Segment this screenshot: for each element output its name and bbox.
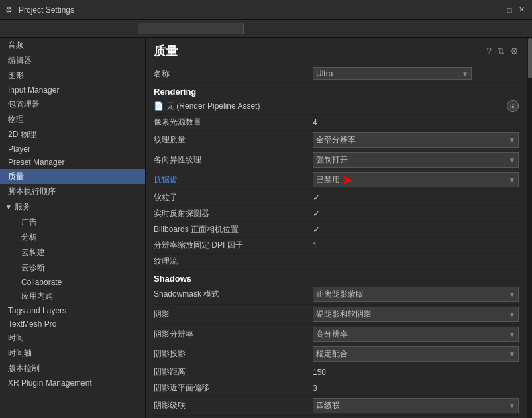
shadows-section-header: Shadows [154,270,519,285]
soft-particles-label: 软粒子 [154,192,313,203]
close-btn[interactable]: ✕ [516,5,527,15]
sidebar-item-quality[interactable]: 质量 [0,169,145,184]
maximize-btn[interactable]: □ [504,5,515,15]
title-bar: ⚙ Project Settings ⋮ — □ ✕ [0,0,532,20]
sidebar-item-tags-layers[interactable]: Tags and Layers [0,304,145,317]
pixel-lights-row: 像素光源数量 4 [154,115,519,131]
scroll-indicator[interactable] [527,38,532,418]
sidebar-item-cloud-build[interactable]: 云构建 [13,245,145,260]
settings-icon[interactable]: ⚙ [510,46,519,56]
render-pipeline-label: 无 (Render Pipeline Asset) [166,101,507,112]
sidebar-group-services[interactable]: ▼ 服务 [0,199,145,215]
billboards-check: ✓ [313,225,320,235]
window-controls: ⋮ — □ ✕ [480,5,527,15]
file-icon: 📄 [154,101,164,111]
texture-quality-row: 纹理质量 全部分辨率 ▼ [154,131,519,150]
pixel-lights-label: 像素光源数量 [154,117,313,128]
window-title: Project Settings [19,5,480,15]
sidebar-item-iap[interactable]: 应用内购 [13,289,145,304]
sidebar-item-textmesh-pro[interactable]: TextMesh Pro [0,317,145,331]
anisotropic-value: 强制打开 [316,154,348,166]
settings-body: 名称 Ultra ▼ Rendering 📄 无 (Render Pipelin… [146,62,527,418]
dpi-factor-label: 分辨率缩放固定 DPI 因子 [154,240,313,251]
sidebar-item-physics-2d[interactable]: 2D 物理 [0,127,145,142]
sidebar-item-collaborate[interactable]: Collaborate [13,276,145,289]
render-pipeline-select-btn[interactable]: ◎ [507,100,519,112]
sidebar-item-preset-manager[interactable]: Preset Manager [0,156,145,169]
shadow-resolution-value: 高分辨率 [316,329,348,340]
sidebar-item-timeline[interactable]: 时间轴 [0,346,145,361]
sidebar: 音频 编辑器 图形 Input Manager 包管理器 物理 2D 物理 Pl… [0,38,146,418]
sidebar-item-player[interactable]: Player [0,142,145,156]
shadow-resolution-label: 阴影分辨率 [154,329,313,340]
sidebar-item-editor[interactable]: 编辑器 [0,53,145,68]
group-arrow-icon: ▼ [5,203,12,211]
sidebar-item-package-manager[interactable]: 包管理器 [0,97,145,112]
anisotropic-select[interactable]: 强制打开 ▼ [313,152,519,168]
shadowmask-select[interactable]: 距离阴影蒙版 ▼ [313,287,519,302]
texture-quality-label: 纹理质量 [154,134,313,146]
name-select-arrow: ▼ [462,70,468,78]
shadowmask-label: Shadowmask 模式 [154,289,313,300]
shadow-projection-arrow: ▼ [509,350,515,358]
antialiasing-arrow: ▼ [509,176,515,183]
content-area: 质量 ? ⇅ ⚙ 名称 Ultra ▼ Rendering [146,38,527,418]
shadow-near-offset-value: 3 [313,384,519,393]
billboards-row: Billboards 正面相机位置 ✓ [154,222,519,238]
antialiasing-select[interactable]: 已禁用 ▼ [313,172,519,187]
sidebar-item-physics[interactable]: 物理 [0,112,145,127]
realtime-reflection-row: 实时反射探测器 ✓ [154,206,519,222]
sidebar-item-ads[interactable]: 广告 [13,215,145,230]
dpi-factor-value: 1 [313,241,519,250]
shadow-projection-row: 阴影投影 稳定配合 ▼ [154,344,519,364]
sidebar-item-xr-plugin[interactable]: XR Plugin Management [0,376,145,390]
shadow-resolution-row: 阴影分辨率 高分辨率 ▼ [154,325,519,344]
scroll-thumb[interactable] [528,38,532,78]
sidebar-item-audio[interactable]: 音频 [0,38,145,53]
content-header: 质量 ? ⇅ ⚙ [146,38,527,62]
anisotropic-row: 各向异性纹理 强制打开 ▼ [154,150,519,170]
shadowmask-value: 距离阴影蒙版 [316,289,364,300]
name-select[interactable]: Ultra ▼ [313,67,472,80]
shadow-resolution-select[interactable]: 高分辨率 ▼ [313,327,519,342]
soft-particles-row: 软粒子 ✓ [154,190,519,206]
name-label: 名称 [154,68,313,79]
search-bar [0,20,532,38]
realtime-reflection-check: ✓ [313,209,320,219]
shadow-near-offset-row: 阴影近平面偏移 3 [154,380,519,396]
dpi-factor-row: 分辨率缩放固定 DPI 因子 1 [154,238,519,254]
shadows-arrow: ▼ [509,311,515,318]
sidebar-item-graphics[interactable]: 图形 [0,68,145,83]
texture-quality-arrow: ▼ [509,136,515,144]
shadow-near-offset-label: 阴影近平面偏移 [154,382,313,393]
sidebar-item-analytics[interactable]: 分析 [13,230,145,245]
shadow-cascade-select[interactable]: 四级联 ▼ [313,398,519,413]
shadow-distance-value: 150 [313,368,519,377]
sidebar-item-time[interactable]: 时间 [0,331,145,346]
header-icons: ? ⇅ ⚙ [486,46,519,56]
search-input[interactable] [138,23,244,34]
shadow-projection-value: 稳定配合 [316,348,348,360]
minimize-btn[interactable]: — [492,5,503,15]
billboards-label: Billboards 正面相机位置 [154,224,313,235]
sidebar-item-cloud-diag[interactable]: 云诊断 [13,260,145,276]
sort-icon[interactable]: ⇅ [497,46,505,56]
antialiasing-row: 抗锯齿 已禁用 ▼ ➤ [154,170,519,190]
sidebar-item-version-control[interactable]: 版本控制 [0,361,145,376]
texture-quality-select[interactable]: 全部分辨率 ▼ [313,132,519,148]
shadows-value: 硬阴影和软阴影 [316,309,372,320]
shadow-resolution-arrow: ▼ [509,331,515,338]
menu-btn[interactable]: ⋮ [480,5,491,15]
shadows-select[interactable]: 硬阴影和软阴影 ▼ [313,307,519,322]
shadow-projection-select[interactable]: 稳定配合 ▼ [313,346,519,362]
soft-particles-check: ✓ [313,193,320,203]
help-icon[interactable]: ? [486,46,492,56]
shadow-projection-label: 阴影投影 [154,348,313,360]
texture-quality-value: 全部分辨率 [316,134,356,146]
shadow-cascade-label: 阴影级联 [154,400,313,411]
sidebar-item-script-order[interactable]: 脚本执行顺序 [0,184,145,199]
sidebar-item-input-manager[interactable]: Input Manager [0,83,145,97]
shadows-row: 阴影 硬阴影和软阴影 ▼ [154,305,519,325]
app-icon: ⚙ [5,5,15,15]
content-wrapper: 质量 ? ⇅ ⚙ 名称 Ultra ▼ Rendering [146,38,532,418]
